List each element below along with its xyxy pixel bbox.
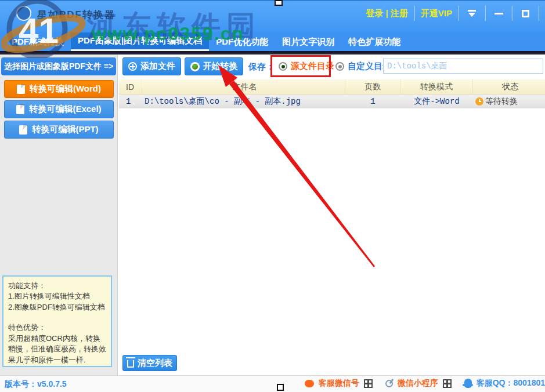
row-pages: 1	[345, 95, 400, 108]
link-icon	[385, 380, 393, 387]
table-row[interactable]: 1 D:\tools\桌面\co - 副本 - 副本.jpg 1 文件->Wor…	[119, 95, 545, 108]
convert-to-word-label: 转换可编辑(Word)	[30, 84, 101, 95]
convert-to-excel-label: 转换可编辑(Excel)	[29, 104, 101, 115]
row-id: 1	[119, 95, 142, 108]
col-header-mode: 转换模式	[400, 79, 473, 94]
tab-bar: PDF格式转换 PDF图象版|图片转换可编辑文档 PDF优化功能 图片文字识别 …	[0, 32, 545, 51]
row-mode: 文件->Word	[400, 95, 473, 108]
info-advantage-desc: 采用超精度OCR内核，转换稍慢，但准确度极高，转换效果几乎和原件一模一样.	[8, 333, 106, 365]
tab-special-extend[interactable]: 特色扩展功能	[341, 32, 407, 51]
convert-to-word-button[interactable]: 转换可编辑(Word)	[4, 80, 114, 98]
feature-info-box: 功能支持： 1.图片转换可编辑性文档 2.图象版PDF转换可编辑文档 特色优势：…	[2, 275, 112, 367]
wechat-qr-code-icon[interactable]	[364, 379, 373, 388]
file-table: ID 文件名 页数 转换模式 状态 1 D:\tools\桌面\co - 副本 …	[119, 79, 545, 108]
info-title-support: 功能支持：	[8, 281, 106, 291]
sidebar: 选择图片或图象版PDF文件 => 转换可编辑(Word) 转换可编辑(Excel…	[0, 55, 118, 375]
version-label: 版本号：v5.0.7.5	[5, 379, 67, 390]
login-register-link[interactable]: 登录 | 注册	[360, 8, 414, 19]
row-status-text: 等待转换	[485, 96, 518, 107]
custom-dir-radio-icon	[335, 62, 344, 71]
wechat-service-link[interactable]: 客服微信号	[319, 378, 359, 389]
selection-handle-bottom[interactable]	[277, 384, 284, 391]
add-file-icon	[128, 62, 137, 71]
statusbar-links: 客服微信号 微信小程序 客服QQ：8001801	[305, 378, 545, 389]
app-logo-icon	[16, 6, 31, 21]
theme-menu-button[interactable]	[459, 5, 485, 21]
save-label: 保存：	[248, 61, 275, 72]
info-line-2: 2.图象版PDF转换可编辑文档	[8, 302, 106, 313]
excel-doc-icon	[16, 105, 24, 114]
mini-program-link[interactable]: 微信小程序	[398, 378, 438, 389]
status-bar: 版本号：v5.0.7.5 客服微信号 微信小程序 客服QQ：8001801	[0, 375, 545, 392]
trash-icon	[127, 360, 134, 368]
titlebar-controls: 登录 | 注册 开通VIP	[360, 5, 539, 22]
source-dir-radio-label: 源文件目录	[291, 61, 334, 72]
start-convert-button[interactable]: 开始转换	[185, 57, 243, 75]
table-header: ID 文件名 页数 转换模式 状态	[119, 79, 545, 95]
minimize-icon	[495, 13, 503, 14]
convert-to-ppt-label: 转换可编辑(PPT)	[32, 124, 98, 135]
service-qq-label: 客服QQ：8001801	[477, 378, 545, 389]
waiting-clock-icon	[475, 97, 483, 106]
vip-link[interactable]: 开通VIP	[415, 8, 458, 19]
clear-list-button[interactable]: 清空列表	[122, 355, 177, 371]
maximize-icon	[522, 10, 529, 17]
source-dir-radio[interactable]: 源文件目录	[279, 61, 334, 72]
tab-image-ocr[interactable]: 图片文字识别	[275, 32, 341, 51]
wechat-icon	[305, 380, 314, 387]
chevron-down-icon	[467, 9, 477, 17]
row-filename: D:\tools\桌面\co - 副本 - 副本.jpg	[142, 95, 345, 108]
tab-pdf-format-convert[interactable]: PDF格式转换	[5, 32, 71, 51]
convert-to-ppt-button[interactable]: 转换可编辑(PPT)	[4, 121, 114, 139]
titlebar-divider	[538, 6, 539, 21]
ppt-doc-icon	[19, 125, 27, 135]
qq-penguin-icon	[464, 379, 472, 388]
info-spacer	[8, 313, 106, 322]
word-doc-icon	[17, 85, 25, 94]
maximize-button[interactable]	[512, 5, 538, 21]
tab-image-pdf-to-editable[interactable]: PDF图象版|图片转换可编辑文档	[71, 32, 209, 51]
col-header-pages: 页数	[345, 79, 400, 94]
col-header-id: ID	[119, 79, 142, 94]
info-title-advantage: 特色优势：	[8, 322, 106, 333]
source-dir-radio-icon	[279, 62, 287, 71]
col-header-status: 状态	[473, 79, 545, 94]
convert-to-excel-button[interactable]: 转换可编辑(Excel)	[4, 100, 114, 118]
start-convert-label: 开始转换	[203, 61, 238, 72]
row-status: 等待转换	[473, 95, 545, 108]
start-convert-icon	[190, 62, 200, 71]
custom-dir-input[interactable]	[383, 59, 543, 74]
add-file-label: 添加文件	[140, 61, 175, 72]
mini-program-qr-code-icon[interactable]	[443, 379, 452, 388]
add-file-button[interactable]: 添加文件	[122, 57, 181, 75]
clear-list-label: 清空列表	[138, 358, 172, 369]
col-header-filename: 文件名	[142, 79, 345, 94]
app-window: 星如PDF转换器 登录 | 注册 开通VIP PDF格式转换 PDF图象版|图片…	[0, 0, 545, 392]
selection-handle-top[interactable]	[275, 0, 283, 6]
tab-pdf-optimize[interactable]: PDF优化功能	[209, 32, 275, 51]
minimize-button[interactable]	[486, 5, 511, 21]
info-line-1: 1.图片转换可编辑性文档	[8, 291, 106, 302]
title-bar: 星如PDF转换器 登录 | 注册 开通VIP	[0, 0, 545, 32]
select-file-button[interactable]: 选择图片或图象版PDF文件 =>	[1, 57, 116, 75]
app-title: 星如PDF转换器	[37, 8, 116, 21]
